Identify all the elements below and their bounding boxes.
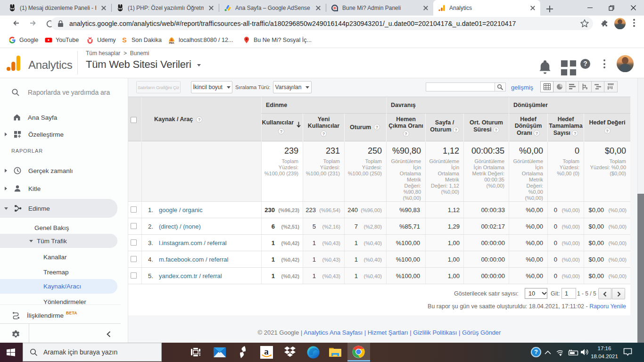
svg-text:PMA: PMA bbox=[169, 41, 174, 44]
svg-text:S: S bbox=[122, 36, 126, 44]
